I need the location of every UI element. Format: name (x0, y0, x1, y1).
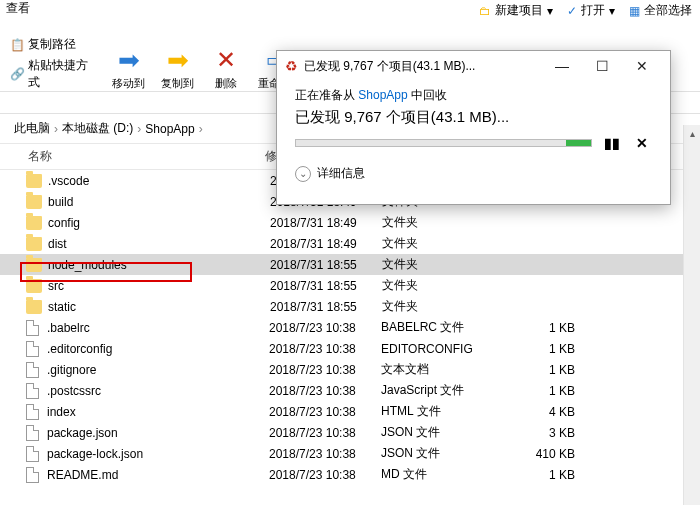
file-row[interactable]: .postcssrc2018/7/23 10:38JavaScript 文件1 … (0, 380, 700, 401)
cell-size: 1 KB (509, 321, 575, 335)
cell-size: 1 KB (509, 342, 575, 356)
file-row[interactable]: .editorconfig2018/7/23 10:38EDITORCONFIG… (0, 338, 700, 359)
cell-date: 2018/7/23 10:38 (269, 342, 381, 356)
folder-icon (26, 174, 42, 188)
cell-date: 2018/7/23 10:38 (269, 405, 381, 419)
folder-icon (26, 258, 42, 272)
details-toggle[interactable]: ⌄ 详细信息 (295, 165, 652, 182)
cell-name: .postcssrc (47, 384, 269, 398)
cell-type: MD 文件 (381, 466, 509, 483)
new-item-button[interactable]: 🗀 新建项目 ▾ (479, 2, 553, 19)
paste-shortcut-label: 粘贴快捷方式 (28, 57, 98, 91)
cell-name: config (48, 216, 270, 230)
cell-name: package-lock.json (47, 447, 269, 461)
open-icon: ✓ (567, 4, 577, 18)
column-name[interactable]: 名称 (0, 144, 255, 169)
cell-size: 1 KB (509, 384, 575, 398)
crumb-drive[interactable]: 本地磁盘 (D:) (58, 120, 137, 137)
file-row[interactable]: .babelrc2018/7/23 10:38BABELRC 文件1 KB (0, 317, 700, 338)
file-icon (26, 383, 39, 399)
cell-type: 文件夹 (382, 298, 510, 315)
progress-fill (566, 140, 591, 146)
cell-type: EDITORCONFIG (381, 342, 509, 356)
copy-to-label: 复制到 (161, 76, 194, 91)
select-all-label: 全部选择 (644, 2, 692, 19)
scroll-up-icon[interactable]: ▴ (684, 125, 700, 142)
copy-to-icon: ➡ (162, 44, 194, 76)
move-to-icon: ➡ (113, 44, 145, 76)
copy-path-button[interactable]: 📋 复制路径 (8, 34, 100, 55)
delete-icon: ✕ (210, 44, 242, 76)
cell-name: .gitignore (47, 363, 269, 377)
file-row[interactable]: README.md2018/7/23 10:38MD 文件1 KB (0, 464, 700, 485)
cell-type: JavaScript 文件 (381, 382, 509, 399)
cell-date: 2018/7/31 18:49 (270, 237, 382, 251)
file-icon (26, 467, 39, 483)
cell-date: 2018/7/31 18:55 (270, 279, 382, 293)
cell-name: package.json (47, 426, 269, 440)
open-button[interactable]: ✓ 打开 ▾ (567, 2, 615, 19)
delete-label: 删除 (215, 76, 237, 91)
cell-date: 2018/7/23 10:38 (269, 363, 381, 377)
cell-type: 文本文档 (381, 361, 509, 378)
file-icon (26, 446, 39, 462)
cell-type: 文件夹 (382, 214, 510, 231)
file-icon (26, 362, 39, 378)
cell-type: BABELRC 文件 (381, 319, 509, 336)
select-all-button[interactable]: ▦ 全部选择 (629, 2, 692, 19)
cell-date: 2018/7/23 10:38 (269, 384, 381, 398)
delete-button[interactable]: ✕ 删除 (202, 40, 250, 95)
details-label: 详细信息 (317, 165, 365, 182)
file-row[interactable]: config2018/7/31 18:49文件夹 (0, 212, 700, 233)
cell-size: 1 KB (509, 363, 575, 377)
open-label: 打开 (581, 2, 605, 19)
copy-to-button[interactable]: ➡ 复制到 (153, 40, 202, 95)
cell-name: .editorconfig (47, 342, 269, 356)
paste-shortcut-button[interactable]: 🔗 粘贴快捷方式 (8, 55, 100, 93)
folder-icon (26, 300, 42, 314)
cell-date: 2018/7/23 10:38 (269, 426, 381, 440)
copy-path-icon: 📋 (10, 38, 24, 52)
cell-date: 2018/7/23 10:38 (269, 447, 381, 461)
cell-name: index (47, 405, 269, 419)
file-row[interactable]: package-lock.json2018/7/23 10:38JSON 文件4… (0, 443, 700, 464)
folder-icon (26, 279, 42, 293)
cell-size: 410 KB (509, 447, 575, 461)
file-row[interactable]: .gitignore2018/7/23 10:38文本文档1 KB (0, 359, 700, 380)
cell-date: 2018/7/31 18:55 (270, 300, 382, 314)
file-row[interactable]: src2018/7/31 18:55文件夹 (0, 275, 700, 296)
folder-icon (26, 195, 42, 209)
file-row[interactable]: package.json2018/7/23 10:38JSON 文件3 KB (0, 422, 700, 443)
cell-type: HTML 文件 (381, 403, 509, 420)
file-row[interactable]: dist2018/7/31 18:49文件夹 (0, 233, 700, 254)
tab-view[interactable]: 查看 (0, 0, 36, 17)
pause-button[interactable]: ▮▮ (602, 135, 622, 151)
paste-shortcut-icon: 🔗 (10, 67, 24, 81)
minimize-button[interactable]: — (542, 52, 582, 80)
maximize-button[interactable]: ☐ (582, 52, 622, 80)
cell-type: 文件夹 (382, 277, 510, 294)
copy-path-label: 复制路径 (28, 36, 76, 53)
source-link: ShopApp (358, 88, 407, 102)
crumb-folder[interactable]: ShopApp (141, 122, 198, 136)
cell-name: README.md (47, 468, 269, 482)
file-icon (26, 341, 39, 357)
recycle-icon: ♻ (285, 58, 298, 74)
file-row[interactable]: static2018/7/31 18:55文件夹 (0, 296, 700, 317)
cancel-button[interactable]: ✕ (632, 135, 652, 151)
cell-name: dist (48, 237, 270, 251)
dropdown-caret-icon: ▾ (547, 4, 553, 18)
file-row[interactable]: node_modules2018/7/31 18:55文件夹 (0, 254, 700, 275)
move-to-button[interactable]: ➡ 移动到 (104, 40, 153, 95)
file-row[interactable]: index2018/7/23 10:38HTML 文件4 KB (0, 401, 700, 422)
move-to-label: 移动到 (112, 76, 145, 91)
folder-icon (26, 237, 42, 251)
vertical-scrollbar[interactable]: ▴ (683, 125, 700, 505)
select-all-icon: ▦ (629, 4, 640, 18)
cell-size: 4 KB (509, 405, 575, 419)
ribbon-right: 🗀 新建项目 ▾ ✓ 打开 ▾ ▦ 全部选择 (479, 2, 692, 19)
cell-date: 2018/7/31 18:49 (270, 216, 382, 230)
close-button[interactable]: ✕ (622, 52, 662, 80)
crumb-this-pc[interactable]: 此电脑 (10, 120, 54, 137)
cell-date: 2018/7/31 18:55 (270, 258, 382, 272)
